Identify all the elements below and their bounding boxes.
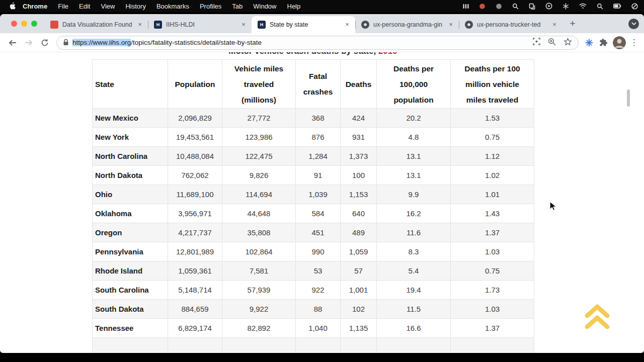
tab-state-by-state[interactable]: HState by state× xyxy=(252,16,355,33)
column-header: State xyxy=(93,60,168,109)
new-tab-button[interactable]: + xyxy=(566,17,580,31)
value-cell: 931 xyxy=(341,128,377,147)
search-app-icon[interactable] xyxy=(512,3,519,10)
clipboard-icon[interactable] xyxy=(529,3,535,10)
tab-search-button[interactable] xyxy=(628,19,639,29)
tab-close-icon[interactable]: × xyxy=(343,21,351,29)
value-cell: 19.4 xyxy=(377,281,451,300)
tab-title: Data Visualization Founda xyxy=(62,21,132,28)
state-cell: Ohio xyxy=(93,185,168,204)
close-window-button[interactable] xyxy=(11,21,17,27)
value-cell: 762,062 xyxy=(168,166,222,185)
value-cell: 4,217,737 xyxy=(168,223,222,242)
menubar-item-help[interactable]: Help xyxy=(287,3,301,10)
state-cell: Tennessee xyxy=(93,319,168,338)
zoom-icon[interactable] xyxy=(548,38,556,48)
value-cell: 12,801,989 xyxy=(168,242,222,261)
table-row: Pennsylvania12,801,989102,8649901,0598.3… xyxy=(93,242,534,261)
url-rest-text: /topics/fatality-statistics/detail/state… xyxy=(131,39,262,46)
tab-data-visualization-founda[interactable]: Data Visualization Founda× xyxy=(44,16,148,33)
value-cell xyxy=(377,338,451,353)
menubar-item-edit[interactable]: Edit xyxy=(79,3,90,10)
menubar-status-icons xyxy=(453,3,638,10)
tab-close-icon[interactable]: × xyxy=(239,21,248,29)
apple-menu-icon[interactable] xyxy=(9,2,16,10)
back-to-top-button[interactable] xyxy=(583,302,611,331)
state-cell: New York xyxy=(93,128,168,147)
value-cell: 8.3 xyxy=(377,242,451,261)
double-chevron-up-icon xyxy=(583,302,611,331)
value-cell: 16.6 xyxy=(377,319,451,338)
zoom-window-button[interactable] xyxy=(31,21,37,27)
tab-close-icon[interactable]: × xyxy=(447,21,455,29)
tab-close-icon[interactable]: × xyxy=(550,21,558,29)
column-header: Population xyxy=(168,60,222,109)
value-cell: 5.4 xyxy=(377,261,451,281)
address-bar[interactable]: https://www.iihs.org/topics/fatality-sta… xyxy=(56,36,579,50)
value-cell: 1.12 xyxy=(451,147,534,166)
tab-title: IIHS-HLDI xyxy=(166,21,235,28)
profile-avatar[interactable] xyxy=(613,36,626,49)
reload-button[interactable] xyxy=(37,35,52,50)
table-row: South Carolina5,148,71457,9399221,00119.… xyxy=(93,281,534,300)
table-row: North Dakota762,0629,8269110013.11.02 xyxy=(93,166,534,185)
menubar-item-bookmarks[interactable]: Bookmarks xyxy=(156,3,189,10)
screenshot-icon[interactable] xyxy=(533,38,540,47)
dataviz-favicon xyxy=(50,21,58,29)
state-cell: North Dakota xyxy=(93,166,168,185)
table-row: Tennessee6,829,17482,8921,0401,13516.61.… xyxy=(93,319,534,338)
wifi-icon[interactable] xyxy=(579,3,587,9)
menubar-item-view[interactable]: View xyxy=(101,3,115,10)
bookmark-star-icon[interactable] xyxy=(564,38,572,48)
value-cell: 1.53 xyxy=(451,109,534,128)
forward-arrow-icon xyxy=(24,39,33,47)
gray-app-icon[interactable] xyxy=(496,3,502,10)
table-row: Ohio11,689,100114,6941,0391,1539.91.01 xyxy=(93,185,534,204)
minimize-window-button[interactable] xyxy=(21,21,27,27)
tab-ux-persona-trucker-ted[interactable]: ux-persona-trucker-ted× xyxy=(459,16,562,33)
menubar-item-history[interactable]: History xyxy=(125,3,145,10)
browser-menu-button[interactable]: ⋮ xyxy=(629,37,639,48)
menubar-item-file[interactable]: File xyxy=(58,3,68,10)
tab-ux-persona-grandma-gin[interactable]: ux-persona-grandma-gin× xyxy=(355,16,459,33)
spotlight-icon[interactable] xyxy=(597,3,603,10)
value-cell xyxy=(93,338,168,353)
control-center-icon[interactable] xyxy=(631,3,638,10)
window-manager-icon[interactable] xyxy=(463,3,469,10)
table-row: New York19,453,561123,9868769314.80.75 xyxy=(93,128,534,147)
extensions-puzzle-icon[interactable] xyxy=(597,36,610,49)
value-cell: 424 xyxy=(341,109,377,128)
asterisk-icon[interactable] xyxy=(562,3,569,10)
column-header: Deaths per 100 million vehicle miles tra… xyxy=(451,60,534,109)
menubar-item-tab[interactable]: Tab xyxy=(232,3,243,10)
tab-close-icon[interactable]: × xyxy=(136,21,144,29)
persona-favicon xyxy=(361,21,369,29)
value-cell: 27,772 xyxy=(222,109,296,128)
header-row: StatePopulationVehicle miles traveled (m… xyxy=(93,60,534,109)
value-cell: 91 xyxy=(296,166,341,185)
table-row: Rhode Island1,059,3617,58153575.40.75 xyxy=(93,261,534,281)
value-cell xyxy=(168,338,222,353)
value-cell: 123,986 xyxy=(222,128,296,147)
tab-iihs-hldi[interactable]: HIIHS-HLDI× xyxy=(148,16,252,33)
red-app-icon[interactable] xyxy=(479,3,486,10)
state-cell: New Mexico xyxy=(93,109,168,128)
state-cell: Rhode Island xyxy=(93,261,168,281)
value-cell: 13.1 xyxy=(377,147,451,166)
value-cell: 4.8 xyxy=(377,128,451,147)
scrollbar-thumb[interactable] xyxy=(627,89,630,107)
menubar-item-profiles[interactable]: Profiles xyxy=(200,3,221,10)
blue-extension-icon[interactable] xyxy=(583,36,596,49)
value-cell: 122,475 xyxy=(222,147,296,166)
play-circle-icon[interactable] xyxy=(545,3,552,10)
menubar-item-chrome[interactable]: Chrome xyxy=(23,3,47,10)
forward-button[interactable] xyxy=(21,35,36,50)
value-cell: 13.1 xyxy=(377,166,451,185)
back-button[interactable] xyxy=(5,35,20,50)
iihs-favicon: H xyxy=(154,21,162,29)
value-cell: 57 xyxy=(341,261,377,281)
menubar-item-window[interactable]: Window xyxy=(253,3,276,10)
battery-icon[interactable] xyxy=(613,4,621,9)
macos-menubar: ChromeFileEditViewHistoryBookmarksProfil… xyxy=(0,0,644,12)
value-cell: 20.2 xyxy=(377,109,451,128)
